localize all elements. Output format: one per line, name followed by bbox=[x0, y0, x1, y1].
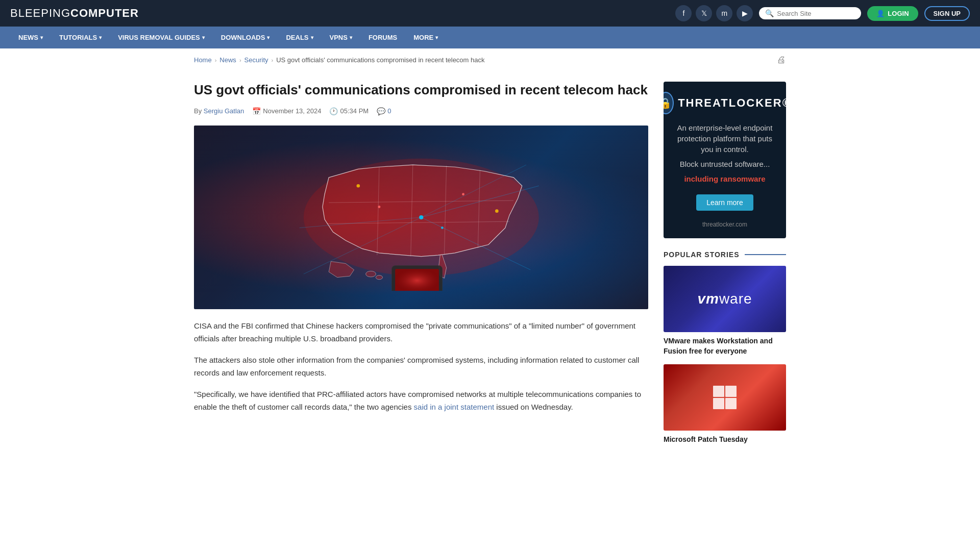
logo-plain: BLEEPING bbox=[10, 7, 70, 19]
article-body: CISA and the FBI confirmed that Chinese … bbox=[194, 319, 648, 414]
popular-stories-title: POPULAR STORIES bbox=[664, 251, 786, 259]
svg-point-14 bbox=[378, 206, 380, 208]
logo-bold: COMPUTER bbox=[70, 7, 139, 19]
svg-point-19 bbox=[376, 275, 382, 279]
facebook-icon[interactable]: f bbox=[675, 5, 692, 21]
breadcrumb-separator: › bbox=[239, 57, 241, 63]
story-thumbnail-microsoft bbox=[664, 364, 786, 431]
nav-forums[interactable]: FORUMS bbox=[360, 27, 405, 48]
twitter-icon[interactable]: 𝕏 bbox=[696, 5, 712, 21]
story-title-microsoft: Microsoft Patch Tuesday bbox=[664, 435, 786, 445]
comments-icon: 💬 bbox=[377, 107, 385, 115]
threatlocker-icon: 🔒 bbox=[664, 92, 674, 114]
svg-rect-24 bbox=[725, 386, 737, 397]
story-title-vmware: VMware makes Workstation and Fusion free… bbox=[664, 336, 786, 356]
print-icon[interactable]: 🖨 bbox=[777, 55, 786, 65]
social-icons: f 𝕏 m ▶ bbox=[675, 5, 753, 21]
site-logo[interactable]: BLEEPINGCOMPUTER bbox=[10, 7, 139, 20]
search-icon: 🔍 bbox=[765, 9, 774, 17]
breadcrumb-bar: Home › News › Security › US govt officia… bbox=[184, 48, 796, 71]
article-hero-image bbox=[194, 126, 648, 309]
site-header: BLEEPINGCOMPUTER f 𝕏 m ▶ 🔍 👤 LOGIN SIGN … bbox=[0, 0, 980, 27]
breadcrumb: Home › News › Security › US govt officia… bbox=[194, 56, 485, 64]
svg-point-15 bbox=[441, 227, 444, 229]
popular-stories: POPULAR STORIES vmware VMware makes Work… bbox=[664, 251, 786, 445]
chevron-down-icon: ▾ bbox=[350, 35, 352, 40]
breadcrumb-home[interactable]: Home bbox=[194, 56, 212, 64]
nav-downloads[interactable]: DOWNLOADS ▾ bbox=[213, 27, 278, 48]
svg-point-13 bbox=[462, 193, 464, 195]
nav-tutorials[interactable]: TUTORIALS ▾ bbox=[51, 27, 110, 48]
signup-button[interactable]: SIGN UP bbox=[924, 6, 970, 21]
ad-tagline: An enterprise-level endpoint protection … bbox=[674, 122, 776, 155]
svg-rect-26 bbox=[725, 398, 737, 409]
svg-point-12 bbox=[419, 215, 423, 219]
nav-more[interactable]: MORE ▾ bbox=[405, 27, 446, 48]
calendar-icon: 📅 bbox=[252, 107, 261, 115]
login-button[interactable]: 👤 LOGIN bbox=[867, 6, 918, 21]
user-icon: 👤 bbox=[876, 10, 885, 17]
ad-headline1: Block untrusted software... bbox=[674, 159, 776, 169]
main-content: US govt officials' communications compro… bbox=[194, 82, 648, 453]
svg-point-18 bbox=[365, 271, 376, 277]
breadcrumb-current: US govt officials' communications compro… bbox=[276, 56, 484, 64]
search-input[interactable] bbox=[777, 10, 855, 17]
article-meta: By Sergiu Gatlan 📅 November 13, 2024 🕐 0… bbox=[194, 107, 648, 115]
clock-icon: 🕐 bbox=[329, 107, 338, 115]
article-comments: 💬 0 bbox=[377, 107, 391, 115]
youtube-icon[interactable]: ▶ bbox=[737, 5, 753, 21]
comments-count[interactable]: 0 bbox=[387, 107, 391, 115]
nav-virus-removal[interactable]: VIRUS REMOVAL GUIDES ▾ bbox=[110, 27, 213, 48]
search-bar: 🔍 bbox=[759, 7, 861, 19]
breadcrumb-separator: › bbox=[272, 57, 274, 63]
svg-point-17 bbox=[495, 209, 499, 213]
nav-deals[interactable]: DEALS ▾ bbox=[278, 27, 321, 48]
ad-domain: threatlocker.com bbox=[674, 221, 776, 228]
article-byline: By Sergiu Gatlan bbox=[194, 107, 244, 115]
us-map-svg bbox=[228, 144, 615, 291]
svg-rect-22 bbox=[395, 269, 439, 291]
story-card-microsoft[interactable]: Microsoft Patch Tuesday bbox=[664, 364, 786, 445]
author-link[interactable]: Sergiu Gatlan bbox=[204, 107, 244, 115]
breadcrumb-news[interactable]: News bbox=[219, 56, 236, 64]
chevron-down-icon: ▾ bbox=[40, 35, 43, 40]
content-wrapper: US govt officials' communications compro… bbox=[184, 71, 796, 463]
article-paragraph-3: "Specifically, we have identified that P… bbox=[194, 388, 648, 414]
article-title: US govt officials' communications compro… bbox=[194, 82, 648, 99]
svg-rect-23 bbox=[713, 386, 724, 397]
ad-block: 🔒 THREATLOCKER® An enterprise-level endp… bbox=[664, 82, 786, 238]
svg-point-16 bbox=[356, 184, 360, 188]
breadcrumb-separator: › bbox=[215, 57, 217, 63]
article-time: 🕐 05:34 PM bbox=[329, 107, 369, 115]
story-card-vmware[interactable]: vmware VMware makes Workstation and Fusi… bbox=[664, 266, 786, 356]
mastodon-icon[interactable]: m bbox=[716, 5, 732, 21]
nav-news[interactable]: NEWS ▾ bbox=[10, 27, 51, 48]
sidebar: 🔒 THREATLOCKER® An enterprise-level endp… bbox=[664, 82, 786, 453]
article-date: 📅 November 13, 2024 bbox=[252, 107, 321, 115]
ad-logo: 🔒 THREATLOCKER® bbox=[674, 92, 776, 114]
header-right: f 𝕏 m ▶ 🔍 👤 LOGIN SIGN UP bbox=[675, 5, 970, 21]
article-paragraph-1: CISA and the FBI confirmed that Chinese … bbox=[194, 319, 648, 345]
windows-logo-icon bbox=[712, 385, 738, 410]
ad-headline2: including ransomware bbox=[674, 173, 776, 184]
breadcrumb-security[interactable]: Security bbox=[244, 56, 268, 64]
article-paragraph-2: The attackers also stole other informati… bbox=[194, 354, 648, 380]
chevron-down-icon: ▾ bbox=[99, 35, 102, 40]
ad-cta-button[interactable]: Learn more bbox=[696, 194, 753, 211]
chevron-down-icon: ▾ bbox=[311, 35, 313, 40]
chevron-down-icon: ▾ bbox=[202, 35, 205, 40]
chevron-down-icon: ▾ bbox=[435, 35, 438, 40]
nav-vpns[interactable]: VPNS ▾ bbox=[322, 27, 360, 48]
story-thumbnail-vmware: vmware bbox=[664, 266, 786, 332]
svg-rect-25 bbox=[713, 398, 724, 409]
chevron-down-icon: ▾ bbox=[267, 35, 270, 40]
joint-statement-link[interactable]: said in a joint statement bbox=[414, 403, 495, 411]
main-nav: NEWS ▾ TUTORIALS ▾ VIRUS REMOVAL GUIDES … bbox=[0, 27, 980, 48]
